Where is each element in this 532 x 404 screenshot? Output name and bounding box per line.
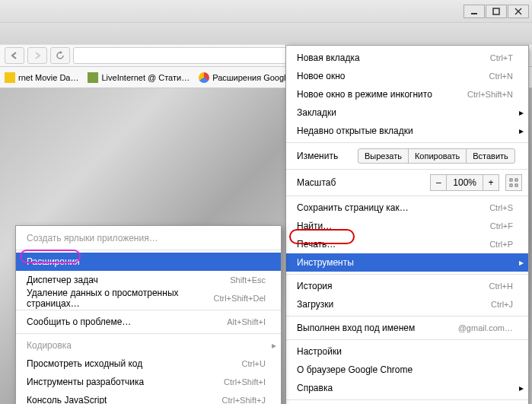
chrome-fav-icon — [199, 72, 209, 83]
submenu-task-manager[interactable]: Диспетчер задачShift+Esc — [16, 271, 281, 289]
menu-zoom-row: Масштаб – 100% + — [286, 172, 528, 193]
menu-recent-tabs[interactable]: Недавно открытые вкладки▸ — [286, 122, 528, 140]
separator — [286, 316, 528, 317]
submenu-view-source[interactable]: Просмотреть исходный кодCtrl+U — [16, 355, 281, 373]
submenu-js-console[interactable]: Консоль JavaScriptCtrl+Shift+J — [16, 391, 281, 404]
close-button[interactable] — [508, 5, 529, 18]
back-button[interactable] — [5, 47, 24, 64]
maximize-button[interactable] — [486, 5, 507, 18]
menu-incognito[interactable]: Новое окно в режиме инкогнитоCtrl+Shift+… — [286, 85, 528, 103]
separator — [286, 339, 528, 340]
menu-bookmarks[interactable]: Закладки▸ — [286, 103, 528, 122]
menu-print[interactable]: Печать…Ctrl+P — [286, 235, 528, 253]
bookmark-label: rnet Movie Da… — [18, 73, 78, 82]
submenu-extensions[interactable]: Расширения — [16, 253, 281, 271]
menu-tools[interactable]: Инструменты▸ — [286, 253, 528, 272]
forward-button[interactable] — [27, 47, 47, 64]
svg-rect-8 — [515, 184, 518, 186]
menu-history[interactable]: ИсторияCtrl+H — [286, 277, 528, 295]
separator — [286, 274, 528, 275]
fullscreen-button[interactable] — [505, 174, 522, 191]
svg-rect-5 — [510, 179, 512, 181]
separator — [16, 333, 281, 334]
paste-button[interactable]: Вставить — [466, 148, 515, 164]
submenu-devtools[interactable]: Инструменты разработчикаCtrl+Shift+I — [16, 373, 281, 391]
zoom-in-button[interactable]: + — [483, 174, 499, 191]
menu-signed-in[interactable]: Выполнен вход под именем@gmail.com… — [286, 319, 528, 337]
menu-edit-row: Изменить Вырезать Копировать Вставить — [286, 145, 528, 167]
chevron-right-icon: ▸ — [519, 126, 524, 136]
zoom-value: 100% — [446, 174, 483, 191]
bookmark-label: LiveInternet @ Стати… — [101, 73, 190, 82]
separator — [286, 399, 528, 400]
cut-button[interactable]: Вырезать — [358, 148, 409, 164]
svg-rect-1 — [493, 8, 499, 14]
menu-new-tab[interactable]: Новая вкладкаCtrl+T — [286, 49, 528, 67]
separator — [286, 142, 528, 143]
chevron-right-icon: ▸ — [519, 257, 524, 268]
svg-rect-7 — [510, 184, 512, 186]
menu-downloads[interactable]: ЗагрузкиCtrl+J — [286, 295, 528, 313]
menu-about[interactable]: О браузере Google Chrome — [286, 361, 528, 379]
menu-help[interactable]: Справка▸ — [286, 379, 528, 397]
zoom-out-button[interactable]: – — [430, 174, 447, 191]
imdb-icon — [5, 72, 15, 83]
window-titlebar — [0, 0, 532, 23]
bookmark-item[interactable]: rnet Movie Da… — [5, 72, 78, 83]
zoom-label: Масштаб — [297, 177, 358, 188]
liveinternet-icon — [88, 72, 98, 83]
copy-button[interactable]: Копировать — [408, 148, 467, 164]
menu-find[interactable]: Найти…Ctrl+F — [286, 217, 528, 235]
minimize-button[interactable] — [464, 5, 485, 18]
menu-save-page[interactable]: Сохранить страницу как…Ctrl+S — [286, 199, 528, 217]
tab-strip[interactable] — [0, 23, 532, 44]
bookmark-item[interactable]: LiveInternet @ Стати… — [88, 72, 190, 83]
svg-rect-6 — [515, 179, 518, 181]
edit-label: Изменить — [297, 151, 358, 161]
submenu-report-issue[interactable]: Сообщить о проблеме…Alt+Shift+I — [16, 313, 281, 331]
separator — [16, 310, 281, 310]
reload-button[interactable] — [50, 47, 70, 64]
chevron-right-icon: ▸ — [272, 340, 276, 351]
chevron-right-icon: ▸ — [519, 107, 524, 118]
chevron-right-icon: ▸ — [519, 383, 524, 393]
menu-new-window[interactable]: Новое окноCtrl+N — [286, 67, 528, 85]
submenu-encoding[interactable]: Кодировка▸ — [16, 336, 281, 355]
menu-settings[interactable]: Настройки — [286, 342, 528, 361]
separator — [16, 250, 281, 250]
separator — [286, 169, 528, 170]
chrome-main-menu: Новая вкладкаCtrl+T Новое окноCtrl+N Нов… — [285, 45, 529, 404]
tools-submenu: Создать ярлыки приложения… Расширения Ди… — [15, 225, 282, 404]
separator — [286, 196, 528, 196]
submenu-create-shortcuts: Создать ярлыки приложения… — [16, 229, 281, 247]
submenu-clear-data[interactable]: Удаление данных о просмотренных страница… — [16, 289, 281, 307]
